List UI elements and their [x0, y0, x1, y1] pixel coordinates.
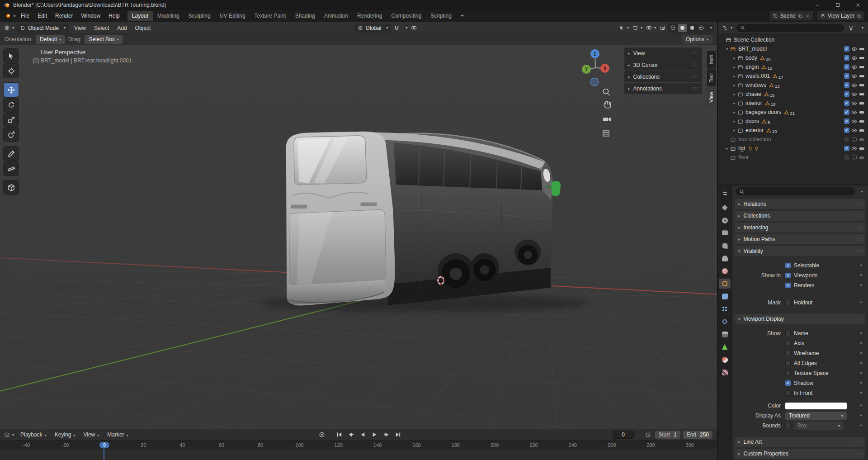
properties-tab[interactable] [719, 304, 731, 314]
viewport-disable-icon[interactable] [851, 155, 857, 161]
ruler-frame-label[interactable]: 240 [553, 441, 592, 449]
outliner-row[interactable]: ▸ windows 13 [718, 81, 868, 90]
next-keyframe-button[interactable] [381, 430, 392, 439]
timeline-menu-item[interactable]: Keying [51, 430, 80, 439]
ruler-frame-label[interactable]: 80 [241, 441, 280, 449]
timeline-track-area[interactable] [0, 449, 717, 460]
hide-eye-icon[interactable] [851, 128, 857, 133]
disclosure-arrow-icon[interactable]: ▸ [731, 56, 737, 60]
disclosure-arrow-icon[interactable]: ▸ [731, 128, 737, 133]
properties-tab[interactable] [719, 317, 731, 327]
sidebar-tab[interactable]: Item [707, 51, 716, 68]
workspace-tab[interactable]: Texture Paint [250, 11, 291, 21]
disclosure-arrow-icon[interactable]: ▸ [731, 74, 737, 78]
workspace-tab[interactable]: Layout [127, 11, 153, 21]
property-checkbox[interactable] [785, 331, 791, 336]
sidebar-section-header[interactable]: 3D Cursor [624, 59, 702, 71]
zoom-button[interactable] [604, 89, 610, 96]
exclude-checkbox[interactable] [844, 55, 849, 61]
outliner-row[interactable]: ▸ interior 18 [718, 99, 868, 108]
viewport-menu-item[interactable]: Add [113, 24, 131, 33]
property-section-header[interactable]: Relations [735, 199, 865, 209]
workspace-tab[interactable]: Compositing [387, 11, 426, 21]
view-layer-selector[interactable]: View Layer [817, 11, 864, 20]
measure-tool[interactable] [4, 161, 19, 175]
mode-dropdown[interactable]: Object Mode [16, 24, 69, 33]
property-checkbox[interactable] [785, 300, 791, 305]
workspace-tab[interactable]: Rendering [353, 11, 387, 21]
animate-decorator[interactable] [860, 360, 862, 366]
bounds-dropdown[interactable]: Box [794, 422, 844, 430]
play-button[interactable] [369, 430, 380, 439]
menu-item[interactable]: Edit [33, 11, 51, 20]
minimize-button[interactable] [807, 0, 827, 10]
outliner-row[interactable]: ▸ weels.001 17 [718, 71, 868, 81]
hide-eye-icon[interactable] [851, 119, 857, 124]
playhead[interactable] [104, 444, 104, 460]
animate-decorator[interactable] [860, 350, 862, 356]
hide-eye-icon[interactable] [851, 82, 857, 88]
animate-decorator[interactable] [860, 413, 862, 419]
hide-eye-icon[interactable] [851, 64, 857, 70]
new-scene-icon[interactable] [798, 14, 803, 19]
new-view-layer-icon[interactable] [857, 14, 862, 19]
hide-eye-icon[interactable] [851, 46, 857, 52]
ruler-frame-label[interactable]: 200 [475, 441, 514, 449]
properties-tab[interactable] [719, 203, 731, 213]
timeline-editor-type-button[interactable] [3, 431, 15, 439]
exclude-checkbox[interactable] [844, 146, 849, 151]
exclude-checkbox[interactable] [844, 82, 849, 88]
viewport-menu-item[interactable]: View [70, 24, 90, 33]
properties-tab[interactable] [719, 228, 731, 238]
property-checkbox[interactable] [785, 283, 791, 288]
proportional-editing-toggle[interactable] [410, 24, 418, 32]
disclosure-arrow-icon[interactable]: ▸ [731, 65, 737, 69]
render-camera-icon[interactable] [859, 82, 865, 88]
workspace-tab[interactable]: UV Editing [215, 11, 250, 21]
transform-tool[interactable] [4, 128, 19, 142]
property-checkbox[interactable] [785, 390, 791, 396]
ruler-frame-label[interactable]: 40 [163, 441, 202, 449]
maximize-button[interactable] [827, 0, 848, 10]
3d-viewport[interactable]: User Perspective (0) BRT_model | BRT.rea… [0, 45, 717, 429]
outliner-row[interactable]: ▸ body 30 [718, 53, 868, 62]
shading-material-button[interactable] [688, 24, 697, 32]
shading-solid-button[interactable] [678, 24, 687, 32]
property-checkbox[interactable] [785, 263, 791, 268]
render-camera-icon[interactable] [859, 137, 865, 142]
hide-eye-icon[interactable] [851, 146, 857, 152]
shading-rendered-button[interactable] [697, 24, 706, 32]
exclude-checkbox[interactable] [844, 100, 849, 106]
ruler-frame-label[interactable]: 260 [592, 441, 631, 449]
ruler-frame-label[interactable]: 20 [124, 441, 163, 449]
snap-toggle[interactable] [392, 24, 401, 32]
render-camera-icon[interactable] [859, 73, 865, 79]
ruler-frame-label[interactable]: -20 [46, 441, 85, 449]
exclude-checkbox[interactable] [844, 128, 849, 133]
frame-end-field[interactable]: End250 [683, 431, 712, 439]
render-camera-icon[interactable] [859, 55, 865, 61]
disclosure-arrow-icon[interactable]: ▸ [731, 83, 737, 87]
ruler-frame-label[interactable]: 180 [436, 441, 475, 449]
property-checkbox[interactable] [785, 351, 791, 356]
ruler-frame-label[interactable]: 60 [202, 441, 241, 449]
hide-eye-icon[interactable] [851, 73, 857, 79]
workspace-tab[interactable]: Animation [320, 11, 353, 21]
jump-to-start-button[interactable] [334, 430, 344, 439]
outliner-row[interactable]: ▸ doors 5 [718, 117, 868, 126]
animate-decorator[interactable] [860, 282, 862, 289]
disclosure-arrow-icon[interactable]: ▸ [731, 92, 737, 96]
exclude-checkbox[interactable] [844, 73, 849, 79]
animate-decorator[interactable] [860, 340, 862, 346]
property-section-header[interactable]: Custom Properties [735, 449, 865, 459]
viewport-disable-icon[interactable] [851, 137, 857, 142]
auto-keying-toggle[interactable] [316, 430, 327, 439]
render-camera-icon[interactable] [859, 100, 865, 106]
orientation-dropdown[interactable]: Default [36, 35, 65, 44]
drag-dropdown[interactable]: Select Box [85, 35, 123, 44]
ruler-frame-label[interactable]: 160 [397, 441, 436, 449]
properties-tab[interactable] [719, 355, 731, 365]
render-camera-icon[interactable] [859, 119, 865, 124]
properties-search-input[interactable] [736, 187, 855, 195]
workspace-tab[interactable]: Scripting [426, 11, 456, 21]
